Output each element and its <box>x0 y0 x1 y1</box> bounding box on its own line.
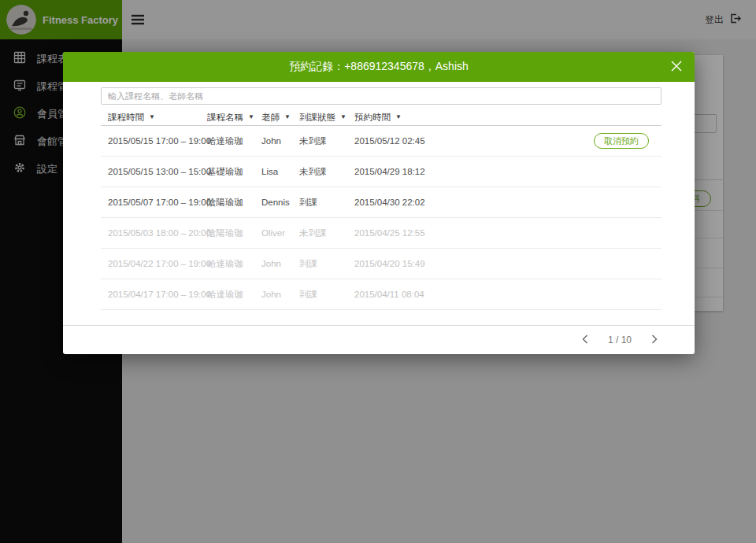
teacher-name: Lisa <box>261 157 278 187</box>
course-name: 哈達瑜珈 <box>207 126 243 156</box>
column-header-course-time[interactable]: 課程時間 ▼ <box>108 109 155 125</box>
booking-time: 2015/04/29 18:12 <box>354 157 425 187</box>
table-row: 2015/05/03 18:00 – 20:00 陰陽瑜珈 Oliver 未到課… <box>101 218 662 249</box>
teacher-name: John <box>261 126 281 156</box>
course-time: 2015/05/03 18:00 – 20:00 <box>108 218 211 248</box>
column-header-teacher[interactable]: 老師 ▼ <box>261 109 291 125</box>
table-row: 2015/05/15 13:00 – 15:00 基礎瑜珈 Lisa 未到課 2… <box>101 157 662 187</box>
attendance-status: 到課 <box>299 279 317 309</box>
course-search-input[interactable] <box>101 87 662 105</box>
modal-header: 預約記錄：+886912345678，Ashish <box>63 52 695 82</box>
course-name: 哈達瑜珈 <box>207 249 243 279</box>
modal-body: 課程時間 ▼ 課程名稱 ▼ 老師 ▼ 到課狀態 ▼ 預約時間 ▼ 2015/05… <box>63 82 695 310</box>
chevron-right-icon <box>650 334 658 347</box>
column-header-course-name[interactable]: 課程名稱 ▼ <box>207 109 254 125</box>
sort-icon: ▼ <box>395 114 402 120</box>
column-header-booking-time[interactable]: 預約時間 ▼ <box>354 109 402 125</box>
table-row: 2015/04/17 17:00 – 19:00 哈達瑜珈 John 到課 20… <box>101 279 662 310</box>
attendance-status: 未到課 <box>299 218 327 248</box>
close-icon <box>671 61 682 74</box>
table-header-row: 課程時間 ▼ 課程名稱 ▼ 老師 ▼ 到課狀態 ▼ 預約時間 ▼ <box>101 109 662 126</box>
course-time: 2015/05/07 17:00 – 19:00 <box>108 187 211 217</box>
course-name: 基礎瑜珈 <box>207 157 243 187</box>
course-time: 2015/04/17 17:00 – 19:00 <box>108 279 211 309</box>
modal-title: 預約記錄：+886912345678，Ashish <box>289 60 469 74</box>
sort-icon: ▼ <box>248 114 254 120</box>
booking-time: 2015/04/30 22:02 <box>354 187 425 217</box>
close-button[interactable] <box>668 58 685 76</box>
course-time: 2015/05/15 17:00 – 19:00 <box>108 126 211 156</box>
table-row: 2015/05/15 17:00 – 19:00 哈達瑜珈 John 未到課 2… <box>101 126 662 157</box>
booking-time: 2015/04/11 08:04 <box>354 279 424 309</box>
column-header-attendance[interactable]: 到課狀態 ▼ <box>299 109 346 125</box>
previous-page-button[interactable] <box>580 332 591 349</box>
attendance-status: 未到課 <box>299 157 327 187</box>
page-indicator: 1 / 10 <box>608 334 632 345</box>
sort-icon: ▼ <box>284 114 291 120</box>
sort-icon: ▼ <box>340 114 346 120</box>
chevron-left-icon <box>581 334 589 347</box>
pagination: 1 / 10 <box>63 326 695 354</box>
course-name: 哈達瑜珈 <box>207 279 243 309</box>
teacher-name: Dennis <box>261 187 290 217</box>
course-name: 陰陽瑜珈 <box>207 187 243 217</box>
cancel-booking-button[interactable]: 取消預約 <box>594 133 649 149</box>
attendance-status: 未到課 <box>299 126 327 156</box>
attendance-status: 到課 <box>299 249 317 279</box>
teacher-name: John <box>261 279 281 309</box>
attendance-status: 到課 <box>299 187 317 217</box>
course-name: 陰陽瑜珈 <box>207 218 243 248</box>
booking-time: 2015/04/20 15:49 <box>354 249 425 279</box>
course-time: 2015/05/15 13:00 – 15:00 <box>108 157 211 187</box>
booking-time: 2015/04/25 12:55 <box>354 218 425 248</box>
sort-icon: ▼ <box>149 114 155 120</box>
course-time: 2015/04/22 17:00 – 19:00 <box>108 249 211 279</box>
teacher-name: John <box>261 249 281 279</box>
next-page-button[interactable] <box>649 332 660 349</box>
teacher-name: Oliver <box>261 218 285 248</box>
booking-time: 2015/05/12 02:45 <box>354 126 425 156</box>
table-row: 2015/04/22 17:00 – 19:00 哈達瑜珈 John 到課 20… <box>101 249 662 279</box>
table-row: 2015/05/07 17:00 – 19:00 陰陽瑜珈 Dennis 到課 … <box>101 187 662 218</box>
booking-history-modal: 預約記錄：+886912345678，Ashish 課程時間 ▼ 課程名稱 ▼ … <box>63 52 695 354</box>
